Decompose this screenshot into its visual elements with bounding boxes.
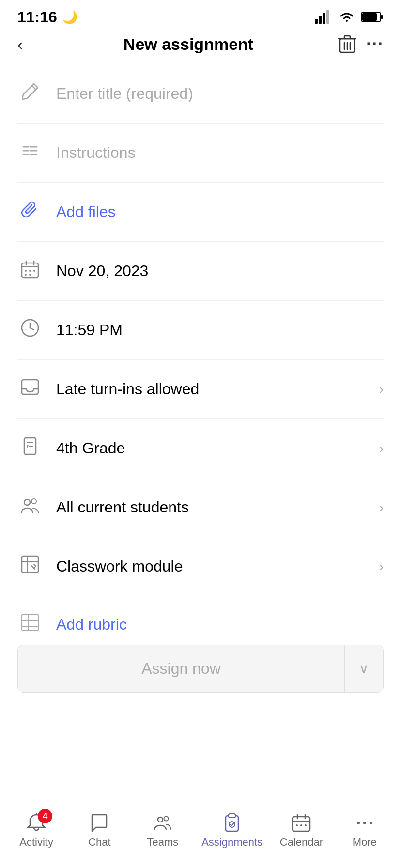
- edit-icon: [17, 82, 43, 106]
- instructions-icon: [17, 141, 43, 165]
- time-label[interactable]: 11:59 PM: [56, 321, 384, 339]
- svg-point-24: [29, 270, 31, 272]
- svg-point-23: [25, 270, 27, 272]
- svg-point-45: [158, 817, 163, 822]
- nav-item-teams[interactable]: Teams: [139, 813, 187, 849]
- svg-point-55: [300, 824, 302, 826]
- status-icons: [315, 10, 384, 24]
- activity-badge: 4: [38, 809, 52, 823]
- add-rubric-row[interactable]: Add rubric: [17, 596, 384, 640]
- wifi-icon: [338, 10, 355, 24]
- svg-rect-40: [22, 614, 38, 631]
- status-bar: 11:16 🌙: [0, 0, 401, 29]
- inbox-icon: [17, 377, 43, 401]
- svg-rect-3: [326, 10, 329, 24]
- date-row[interactable]: Nov 20, 2023: [17, 242, 384, 301]
- students-chevron: ›: [379, 500, 384, 515]
- svg-point-26: [25, 274, 27, 276]
- grade-chevron: ›: [379, 441, 384, 456]
- students-label[interactable]: All current students: [56, 498, 366, 516]
- assign-dropdown-button[interactable]: ∨: [344, 645, 383, 692]
- add-files-row[interactable]: Add files: [17, 183, 384, 242]
- activity-label: Activity: [19, 836, 53, 849]
- svg-point-56: [305, 824, 307, 826]
- svg-point-46: [164, 817, 168, 821]
- late-turnins-label[interactable]: Late turn-ins allowed: [56, 380, 366, 398]
- teams-icon: [153, 813, 173, 833]
- svg-point-54: [296, 824, 298, 826]
- late-turnins-row[interactable]: Late turn-ins allowed ›: [17, 360, 384, 419]
- svg-rect-0: [315, 19, 318, 24]
- svg-rect-6: [362, 13, 377, 21]
- more-icon: [355, 813, 375, 833]
- nav-item-more[interactable]: More: [340, 813, 389, 849]
- svg-rect-5: [381, 15, 383, 19]
- nav-item-calendar[interactable]: Calendar: [277, 813, 325, 849]
- svg-point-36: [31, 499, 36, 504]
- svg-rect-37: [22, 556, 38, 573]
- back-button[interactable]: ‹: [17, 35, 42, 54]
- delete-icon[interactable]: [338, 34, 356, 54]
- nav-item-chat[interactable]: Chat: [75, 813, 123, 849]
- assignments-label: Assignments: [201, 836, 262, 849]
- late-turnins-chevron: ›: [379, 382, 384, 397]
- svg-rect-48: [229, 814, 235, 818]
- status-time: 11:16: [17, 8, 57, 26]
- instructions-placeholder[interactable]: Instructions: [56, 144, 384, 162]
- assign-button-container: Assign now ∨: [17, 645, 384, 693]
- form-container: Enter title (required) Instructions Add …: [0, 64, 401, 640]
- svg-point-57: [357, 822, 360, 824]
- svg-rect-1: [319, 16, 322, 24]
- svg-line-12: [32, 86, 36, 90]
- svg-line-30: [30, 328, 34, 330]
- nav-item-assignments[interactable]: Assignments: [201, 813, 262, 849]
- svg-rect-50: [293, 817, 310, 831]
- classwork-row[interactable]: Classwork module ›: [17, 537, 384, 596]
- svg-rect-2: [323, 13, 325, 24]
- nav-item-activity[interactable]: 4 Activity: [12, 813, 61, 849]
- svg-point-27: [29, 274, 31, 276]
- dropdown-chevron-icon: ∨: [359, 661, 369, 677]
- students-row[interactable]: All current students ›: [17, 478, 384, 537]
- assign-now-button[interactable]: Assign now: [18, 645, 344, 692]
- date-label[interactable]: Nov 20, 2023: [56, 262, 384, 280]
- instructions-row[interactable]: Instructions: [17, 124, 384, 183]
- calendar-icon: [17, 259, 43, 283]
- svg-point-25: [33, 270, 35, 272]
- classwork-chevron: ›: [379, 559, 384, 574]
- more-label: More: [353, 836, 377, 849]
- svg-point-58: [363, 822, 366, 824]
- header: ‹ New assignment ···: [0, 29, 401, 64]
- bottom-nav: 4 Activity Chat Teams: [0, 803, 401, 868]
- header-actions: ···: [335, 34, 384, 54]
- rubric-icon: [17, 613, 43, 636]
- moon-icon: 🌙: [62, 10, 77, 25]
- svg-point-59: [370, 822, 372, 824]
- attachment-icon: [17, 200, 43, 224]
- chat-icon: [89, 813, 109, 833]
- add-rubric-label[interactable]: Add rubric: [56, 616, 384, 634]
- title-row[interactable]: Enter title (required): [17, 64, 384, 124]
- clock-icon: [17, 318, 43, 342]
- chat-label: Chat: [88, 836, 110, 849]
- svg-point-35: [24, 499, 30, 505]
- add-files-label[interactable]: Add files: [56, 203, 384, 221]
- classwork-label[interactable]: Classwork module: [56, 558, 366, 575]
- calendar-label: Calendar: [280, 836, 323, 849]
- assignments-icon: [222, 813, 242, 833]
- teams-label: Teams: [147, 836, 178, 849]
- grade-label[interactable]: 4th Grade: [56, 439, 366, 457]
- battery-icon: [361, 11, 384, 23]
- classwork-icon: [17, 555, 43, 578]
- grade-icon: [17, 436, 43, 460]
- signal-icon: [315, 10, 332, 24]
- calendar-nav-icon: [291, 813, 311, 833]
- grade-row[interactable]: 4th Grade ›: [17, 419, 384, 478]
- more-options-icon[interactable]: ···: [366, 34, 384, 54]
- title-input-placeholder[interactable]: Enter title (required): [56, 85, 384, 103]
- time-row[interactable]: 11:59 PM: [17, 301, 384, 360]
- page-title: New assignment: [42, 35, 335, 54]
- students-icon: [17, 496, 43, 519]
